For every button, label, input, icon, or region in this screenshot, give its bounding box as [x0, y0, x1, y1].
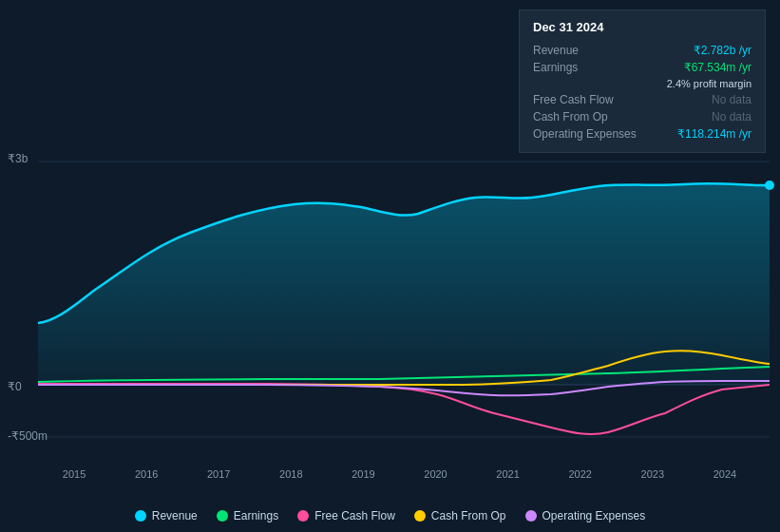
legend-label-cashfromop: Cash From Op: [431, 509, 506, 522]
chart-container: ₹3b ₹0 -₹500m 2015 2016 2017 2018 2019 2…: [0, 0, 780, 532]
tooltip-value-opex: ₹118.214m /yr: [660, 125, 751, 142]
legend-dot-revenue: [135, 510, 146, 522]
tooltip-label-cashfromop: Cash From Op: [533, 108, 660, 125]
tooltip-row-profit-margin: 2.4% profit margin: [533, 76, 751, 91]
legend-label-revenue: Revenue: [152, 509, 198, 522]
tooltip-row-revenue: Revenue ₹2.782b /yr: [533, 42, 751, 59]
legend-dot-opex: [525, 510, 537, 522]
tooltip-value-cashfromop: No data: [660, 108, 751, 125]
legend-item-opex[interactable]: Operating Expenses: [525, 509, 646, 522]
tooltip-label-empty: [533, 76, 660, 91]
x-label-2020: 2020: [424, 468, 447, 480]
x-axis-labels: 2015 2016 2017 2018 2019 2020 2021 2022 …: [0, 468, 780, 480]
tooltip-table: Revenue ₹2.782b /yr Earnings ₹67.534m /y…: [533, 42, 751, 142]
tooltip-row-earnings: Earnings ₹67.534m /yr: [533, 59, 751, 76]
legend-item-earnings[interactable]: Earnings: [217, 509, 278, 522]
tooltip-label-revenue: Revenue: [533, 42, 660, 59]
x-label-2016: 2016: [135, 468, 158, 480]
tooltip-label-opex: Operating Expenses: [533, 125, 660, 142]
tooltip-row-opex: Operating Expenses ₹118.214m /yr: [533, 125, 751, 142]
svg-point-4: [765, 180, 774, 190]
x-label-2024: 2024: [713, 468, 736, 480]
x-label-2022: 2022: [568, 468, 591, 480]
chart-legend: Revenue Earnings Free Cash Flow Cash Fro…: [0, 509, 780, 522]
y-label-neg500m: -₹500m: [8, 429, 48, 443]
legend-item-cashfromop[interactable]: Cash From Op: [414, 509, 506, 522]
x-label-2015: 2015: [63, 468, 86, 480]
tooltip-label-fcf: Free Cash Flow: [533, 91, 660, 108]
x-label-2018: 2018: [279, 468, 302, 480]
y-label-3b: ₹3b: [8, 152, 28, 165]
x-label-2017: 2017: [207, 468, 230, 480]
tooltip-value-fcf: No data: [660, 91, 751, 108]
tooltip-value-profit-margin: 2.4% profit margin: [660, 76, 751, 91]
legend-item-revenue[interactable]: Revenue: [135, 509, 198, 522]
x-label-2021: 2021: [496, 468, 519, 480]
tooltip-panel: Dec 31 2024 Revenue ₹2.782b /yr Earnings…: [519, 10, 766, 153]
tooltip-value-earnings: ₹67.534m /yr: [660, 59, 751, 76]
legend-label-earnings: Earnings: [234, 509, 278, 522]
legend-label-fcf: Free Cash Flow: [314, 509, 395, 522]
legend-label-opex: Operating Expenses: [542, 509, 646, 522]
legend-item-fcf[interactable]: Free Cash Flow: [297, 509, 395, 522]
x-label-2019: 2019: [352, 468, 374, 480]
tooltip-label-earnings: Earnings: [533, 59, 660, 76]
tooltip-date: Dec 31 2024: [533, 20, 751, 34]
legend-dot-earnings: [217, 510, 228, 522]
legend-dot-fcf: [297, 510, 309, 522]
tooltip-value-revenue: ₹2.782b /yr: [660, 42, 751, 59]
tooltip-row-cashfromop: Cash From Op No data: [533, 108, 751, 125]
x-label-2023: 2023: [641, 468, 664, 480]
tooltip-row-fcf: Free Cash Flow No data: [533, 91, 751, 108]
legend-dot-cashfromop: [414, 510, 426, 522]
y-label-0: ₹0: [8, 380, 22, 393]
